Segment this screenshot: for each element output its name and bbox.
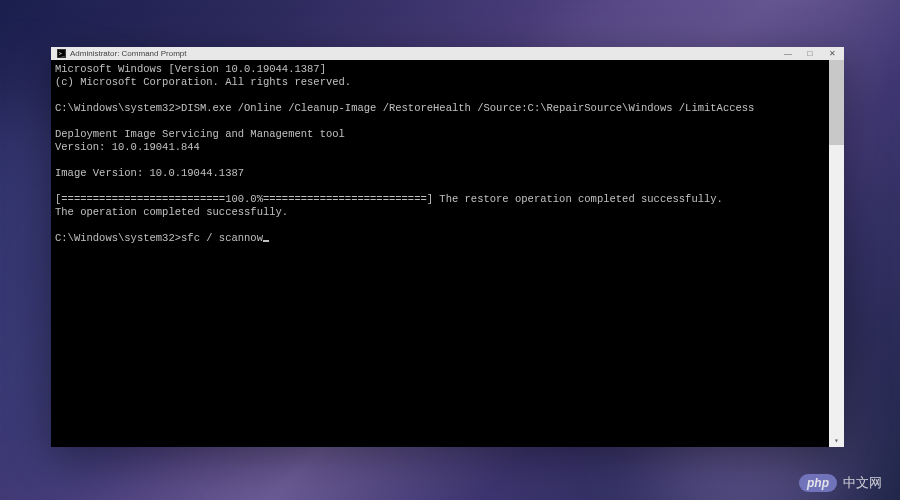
console-area: Microsoft Windows [Version 10.0.19044.13… (51, 60, 844, 447)
dism-command: DISM.exe /Online /Cleanup-Image /Restore… (181, 102, 754, 114)
maximize-button[interactable]: □ (804, 49, 816, 58)
prompt-path: C:\Windows\system32> (55, 232, 181, 244)
image-version: Image Version: 10.0.19044.1387 (55, 167, 244, 179)
prompt-path: C:\Windows\system32> (55, 102, 181, 114)
titlebar[interactable]: >_ Administrator: Command Prompt — □ ✕ (51, 47, 844, 60)
text-cursor (263, 240, 269, 242)
command-prompt-window: >_ Administrator: Command Prompt — □ ✕ M… (51, 47, 844, 447)
console-output[interactable]: Microsoft Windows [Version 10.0.19044.13… (51, 60, 829, 447)
watermark-text: 中文网 (843, 474, 882, 492)
scrollbar-thumb[interactable] (829, 60, 844, 145)
minimize-button[interactable]: — (782, 49, 794, 58)
cmd-icon: >_ (57, 49, 66, 58)
window-title: Administrator: Command Prompt (70, 49, 782, 58)
tool-version: Version: 10.0.19041.844 (55, 141, 200, 153)
php-logo: php (799, 474, 837, 492)
vertical-scrollbar[interactable]: ▾ (829, 60, 844, 447)
progress-bar-line: [==========================100.0%=======… (55, 193, 723, 205)
window-controls: — □ ✕ (782, 49, 838, 58)
close-button[interactable]: ✕ (826, 49, 838, 58)
scroll-down-arrow[interactable]: ▾ (829, 433, 844, 447)
sfc-command: sfc / scannow (181, 232, 263, 244)
copyright-line: (c) Microsoft Corporation. All rights re… (55, 76, 351, 88)
operation-result: The operation completed successfully. (55, 206, 288, 218)
watermark: php 中文网 (799, 474, 882, 492)
svg-text:>_: >_ (59, 50, 66, 57)
os-version-line: Microsoft Windows [Version 10.0.19044.13… (55, 63, 326, 75)
tool-name: Deployment Image Servicing and Managemen… (55, 128, 345, 140)
